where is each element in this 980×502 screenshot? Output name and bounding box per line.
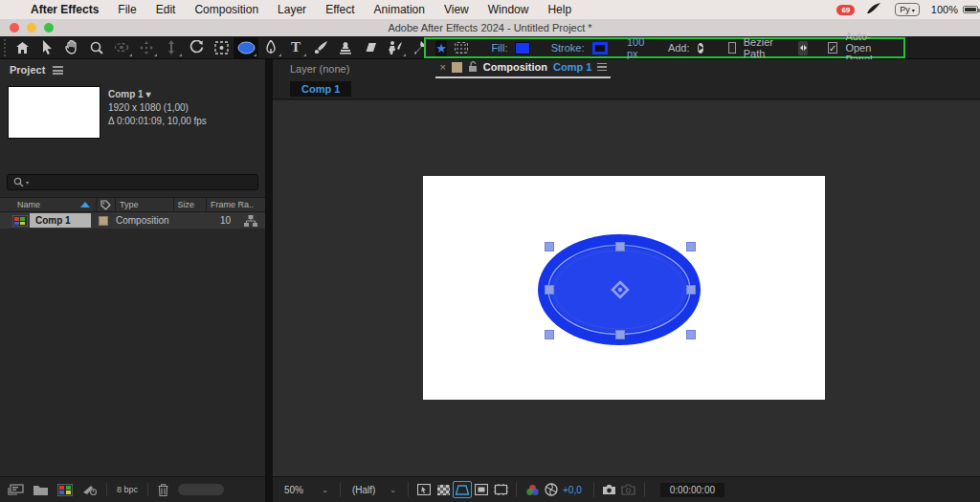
- viewer-options-icon[interactable]: [491, 481, 510, 498]
- column-frame-rate[interactable]: Frame Ra..: [211, 200, 254, 209]
- zoom-tool[interactable]: [84, 37, 109, 58]
- preview-duration: Δ 0:00:01:09, 10,00 fps: [108, 115, 207, 128]
- composition-item-icon: [12, 215, 28, 227]
- comp-mini-tab[interactable]: Comp 1: [290, 81, 351, 97]
- interpret-footage-icon[interactable]: [8, 484, 24, 495]
- preview-dimensions: 1920 x 1080 (1,00): [108, 101, 207, 115]
- bezier-path-label: Bezier Path: [744, 36, 776, 59]
- menu-app-name[interactable]: After Effects: [31, 3, 99, 16]
- menu-view[interactable]: View: [444, 3, 469, 16]
- panel-divider[interactable]: [265, 59, 273, 502]
- tab-title: Composition: [483, 61, 547, 73]
- menu-file[interactable]: File: [118, 3, 136, 16]
- flowchart-icon[interactable]: [244, 215, 257, 227]
- new-composition-icon[interactable]: [57, 484, 73, 496]
- menu-layer[interactable]: Layer: [278, 3, 306, 16]
- composition-tab-bar: Layer (none) × Composition Comp 1: [273, 59, 980, 78]
- battery-percentage: 100%: [931, 4, 958, 15]
- project-panel-tab[interactable]: Project: [0, 59, 265, 80]
- keyboard-layout-indicator[interactable]: Ру▾: [895, 3, 920, 16]
- pan-camera-tool[interactable]: [134, 37, 159, 58]
- ellipse-shape-tool[interactable]: [234, 37, 258, 58]
- project-panel: Project Comp 1 ▾ 1920 x 1080 (1,00) Δ 0:…: [0, 59, 265, 502]
- pen-status-icon[interactable]: [866, 3, 881, 17]
- orbit-camera-tool[interactable]: [109, 37, 134, 58]
- channel-settings-icon[interactable]: [523, 481, 542, 498]
- delete-trash-icon[interactable]: [158, 484, 168, 496]
- item-name[interactable]: Comp 1: [30, 213, 91, 228]
- column-name[interactable]: Name: [17, 200, 40, 209]
- exposure-icon[interactable]: [542, 481, 561, 498]
- project-item-row[interactable]: Comp 1 Composition 10: [0, 212, 265, 229]
- column-size[interactable]: Size: [178, 200, 195, 209]
- composition-active-tab[interactable]: × Composition Comp 1: [435, 59, 611, 78]
- stroke-width-value[interactable]: 100 px: [627, 36, 646, 59]
- tab-label-color: [452, 62, 462, 73]
- menu-animation[interactable]: Animation: [374, 3, 425, 16]
- mask-icon: [455, 42, 468, 54]
- stroke-color-swatch[interactable]: [592, 42, 609, 55]
- new-folder-icon[interactable]: [33, 484, 48, 495]
- panel-menu-icon[interactable]: [53, 66, 63, 75]
- composition-viewer[interactable]: [273, 100, 980, 476]
- brush-tool[interactable]: [308, 37, 333, 58]
- item-label-color[interactable]: [99, 216, 108, 226]
- hand-tool[interactable]: [59, 37, 84, 58]
- clone-stamp-tool[interactable]: [333, 37, 358, 58]
- preview-comp-name[interactable]: Comp 1 ▾: [108, 88, 207, 101]
- composition-panel: Layer (none) × Composition Comp 1 Comp 1: [273, 59, 980, 502]
- current-time-display[interactable]: 0:00:00:00: [660, 483, 724, 497]
- add-menu-icon[interactable]: [698, 43, 704, 54]
- grid-guides-icon[interactable]: [414, 481, 434, 498]
- search-icon: [13, 177, 24, 187]
- project-footer: 8 bpc: [0, 476, 265, 502]
- fill-label[interactable]: Fill:: [491, 42, 507, 54]
- roto-brush-tool[interactable]: [383, 37, 408, 58]
- composition-thumbnail[interactable]: [8, 86, 100, 139]
- menu-window[interactable]: Window: [488, 3, 529, 16]
- show-snapshot-icon[interactable]: [619, 481, 638, 498]
- tab-menu-icon[interactable]: [597, 63, 607, 71]
- menu-composition[interactable]: Composition: [194, 3, 258, 16]
- region-of-interest-icon[interactable]: [472, 481, 491, 498]
- pen-tool[interactable]: [258, 37, 283, 58]
- panel-toggle-icon[interactable]: [798, 41, 808, 55]
- bezier-path-checkbox[interactable]: [728, 42, 736, 54]
- panel-grip[interactable]: [2, 39, 10, 56]
- fill-color-swatch[interactable]: [515, 42, 529, 55]
- color-depth-button[interactable]: 8 bpc: [106, 483, 148, 496]
- render-engine-icon[interactable]: [82, 484, 97, 496]
- auto-open-panel-checkbox[interactable]: ✓: [828, 42, 837, 54]
- take-snapshot-icon[interactable]: [600, 481, 619, 498]
- project-search-input[interactable]: ▾: [7, 174, 258, 190]
- layer-panel-tab[interactable]: Layer (none): [290, 63, 349, 75]
- project-preview: Comp 1 ▾ 1920 x 1080 (1,00) Δ 0:00:01:09…: [0, 80, 265, 139]
- resolution-dropdown[interactable]: (Half)⌄: [346, 481, 402, 498]
- stroke-label[interactable]: Stroke:: [551, 42, 585, 54]
- ellipse-shape-layer[interactable]: [423, 176, 825, 400]
- composition-canvas[interactable]: [423, 176, 825, 400]
- tool-creates-mask-toggle[interactable]: [455, 40, 468, 56]
- selection-tool[interactable]: [34, 37, 59, 58]
- dolly-camera-tool[interactable]: [159, 37, 184, 58]
- pan-behind-tool[interactable]: [209, 37, 234, 58]
- project-panel-title: Project: [10, 64, 45, 76]
- eraser-tool[interactable]: [358, 37, 383, 58]
- menu-edit[interactable]: Edit: [156, 3, 176, 16]
- mask-path-visibility-icon[interactable]: [453, 481, 472, 498]
- menu-help[interactable]: Help: [547, 3, 571, 16]
- home-tool[interactable]: [10, 37, 34, 58]
- magnification-dropdown[interactable]: 50%⌄: [278, 481, 334, 498]
- column-type[interactable]: Type: [120, 200, 139, 209]
- notification-badge[interactable]: 69: [836, 5, 855, 15]
- rotation-tool[interactable]: [184, 37, 209, 58]
- tool-creates-shape-toggle[interactable]: ★: [435, 40, 447, 56]
- label-column-icon[interactable]: [100, 200, 111, 210]
- transparency-grid-icon[interactable]: [434, 481, 453, 498]
- exposure-value[interactable]: +0,0: [563, 485, 582, 495]
- unlock-icon[interactable]: [468, 61, 478, 73]
- type-tool[interactable]: T: [283, 37, 308, 58]
- menu-effect[interactable]: Effect: [325, 3, 354, 16]
- sort-ascending-icon[interactable]: [80, 202, 90, 207]
- close-tab-icon[interactable]: ×: [439, 61, 445, 73]
